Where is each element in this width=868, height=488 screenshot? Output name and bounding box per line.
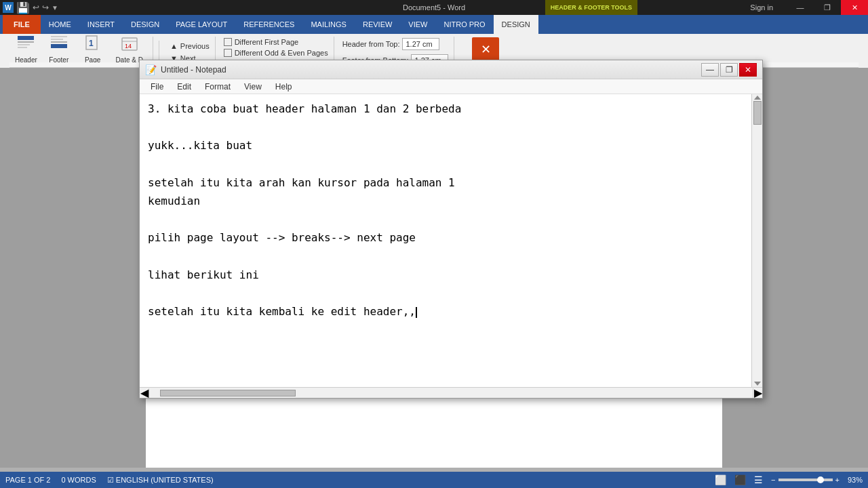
word-count: 0 WORDS xyxy=(61,476,96,484)
tab-page-layout[interactable]: PAGE LAYOUT xyxy=(167,15,235,34)
language-check-icon: ☑ xyxy=(107,476,114,484)
svg-rect-3 xyxy=(18,47,27,48)
quick-access-dropdown[interactable]: ▼ xyxy=(52,4,58,12)
title-bar-left: W 💾 ↩ ↪ ▼ xyxy=(0,1,58,14)
zoom-control[interactable]: − + xyxy=(771,476,840,484)
redo-icon[interactable]: ↪ xyxy=(42,3,49,12)
window-title: Document5 - Word xyxy=(403,3,465,12)
different-odd-even-label: Different Odd & Even Pages xyxy=(235,49,328,57)
notepad-close-button[interactable]: ✕ xyxy=(739,63,757,77)
status-right: ⬜ ⬛ ☰ − + 93% xyxy=(715,474,863,485)
tab-view[interactable]: VIEW xyxy=(400,15,435,34)
notepad-minimize-button[interactable]: — xyxy=(701,63,719,77)
view-read-icon[interactable]: ☰ xyxy=(754,474,763,485)
notepad-window-buttons: — ❐ ✕ xyxy=(701,63,757,77)
notepad-titlebar: 📝 Untitled - Notepad — ❐ ✕ xyxy=(140,60,762,79)
word-icon: W xyxy=(3,2,14,13)
notepad-line: pilih page layout --> breaks--> next pag… xyxy=(148,228,738,247)
zoom-out-icon[interactable]: − xyxy=(771,476,775,484)
language-indicator: ☑ ENGLISH (UNITED STATES) xyxy=(107,476,214,485)
notepad-line: setelah itu kita arah kan kursor pada ha… xyxy=(148,174,738,192)
zoom-slider-thumb xyxy=(817,476,824,483)
hscroll-thumb[interactable] xyxy=(160,390,296,396)
sign-in[interactable]: Sign in xyxy=(750,0,773,15)
different-odd-even-check-icon xyxy=(224,49,232,57)
scroll-arrow-up-icon xyxy=(754,96,761,100)
previous-label: Previous xyxy=(180,42,210,50)
svg-rect-5 xyxy=(51,39,63,40)
minimize-button[interactable]: — xyxy=(787,0,814,15)
notepad-title: Untitled - Notepad xyxy=(161,65,226,75)
header-from-top-label: Header from Top: xyxy=(342,40,400,48)
notepad-menu-format[interactable]: Format xyxy=(198,79,237,94)
different-first-page-label: Different First Page xyxy=(235,38,299,46)
scroll-thumb-vertical[interactable] xyxy=(753,101,762,125)
notepad-line: kemudian xyxy=(148,192,738,210)
svg-rect-7 xyxy=(51,44,67,48)
notepad-app-icon: 📝 xyxy=(145,64,157,75)
svg-rect-1 xyxy=(18,41,34,43)
zoom-in-icon[interactable]: + xyxy=(835,476,840,484)
tools-label: HEADER & FOOTER TOOLS xyxy=(545,0,637,15)
notepad-menu-edit[interactable]: Edit xyxy=(170,79,198,94)
different-odd-even-checkbox[interactable]: Different Odd & Even Pages xyxy=(224,49,328,57)
svg-rect-6 xyxy=(51,41,67,43)
title-bar: W 💾 ↩ ↪ ▼ Document5 - Word HEADER & FOOT… xyxy=(0,0,868,15)
notepad-title-left: 📝 Untitled - Notepad xyxy=(145,64,226,75)
hscroll-arrow-left[interactable]: ◀ xyxy=(140,388,149,398)
notepad-line: 3. kita coba buat header halaman 1 dan 2… xyxy=(148,100,738,118)
header-from-top-input[interactable]: 1.27 cm xyxy=(402,38,439,50)
undo-icon[interactable]: ↩ xyxy=(33,3,39,12)
notepad-menu-help[interactable]: Help xyxy=(269,79,299,94)
notepad-line: setelah itu kita kembali ke edit header,… xyxy=(148,302,738,321)
notepad-line xyxy=(148,247,738,266)
save-icon[interactable]: 💾 xyxy=(16,1,30,14)
title-bar-buttons: Sign in — ❐ ✕ xyxy=(750,0,868,15)
scroll-arrow-down-icon xyxy=(754,382,761,386)
previous-button[interactable]: ▲ Previous xyxy=(170,42,210,50)
notepad-menu-file[interactable]: File xyxy=(144,79,170,94)
notepad-line: lihat berikut ini xyxy=(148,266,738,284)
notepad-text-area[interactable]: 3. kita coba buat header halaman 1 dan 2… xyxy=(140,94,751,387)
text-cursor xyxy=(416,307,417,318)
notepad-line xyxy=(148,284,738,302)
tab-nitro-pro[interactable]: NITRO PRO xyxy=(435,15,493,34)
different-first-page-checkbox[interactable]: Different First Page xyxy=(224,38,328,46)
notepad-scrollbar-horizontal[interactable]: ◀ ▶ xyxy=(140,387,762,398)
zoom-percentage[interactable]: 93% xyxy=(848,476,863,484)
tab-references[interactable]: REFERENCES xyxy=(235,15,302,34)
view-web-icon[interactable]: ⬛ xyxy=(734,474,746,485)
hscroll-arrow-right[interactable]: ▶ xyxy=(753,388,762,398)
zoom-slider-track[interactable] xyxy=(778,479,833,481)
notepad-line xyxy=(148,155,738,174)
header-from-top-value: 1.27 cm xyxy=(406,40,432,48)
tab-design-active[interactable]: DESIGN xyxy=(494,15,538,34)
notepad-content-wrapper: 3. kita coba buat header halaman 1 dan 2… xyxy=(140,94,762,387)
tab-mailings[interactable]: MAILINGS xyxy=(302,15,355,34)
footer-icon xyxy=(48,33,70,55)
svg-rect-2 xyxy=(18,44,30,45)
view-print-icon[interactable]: ⬜ xyxy=(715,474,726,485)
page-indicator: PAGE 1 OF 2 xyxy=(5,476,50,484)
notepad-line xyxy=(148,118,738,136)
notepad-line: yukk...kita buat xyxy=(148,136,738,155)
notepad-scrollbar-vertical[interactable] xyxy=(751,94,762,387)
svg-text:14: 14 xyxy=(125,43,132,49)
notepad-window: 📝 Untitled - Notepad — ❐ ✕ File Edit For… xyxy=(139,60,763,399)
tab-review[interactable]: REVIEW xyxy=(355,15,400,34)
svg-text:1: 1 xyxy=(89,39,94,48)
maximize-button[interactable]: ❐ xyxy=(814,0,841,15)
hscroll-track xyxy=(160,389,742,397)
language-text: ENGLISH (UNITED STATES) xyxy=(116,476,214,484)
close-header-footer-icon: ✕ xyxy=(481,42,491,57)
page-number-icon: 1 xyxy=(82,33,104,55)
different-first-page-check-icon xyxy=(224,38,232,46)
header-icon xyxy=(15,33,37,55)
notepad-line xyxy=(148,210,738,228)
close-header-footer-button[interactable]: ✕ xyxy=(472,37,499,62)
close-button[interactable]: ✕ xyxy=(841,0,868,15)
notepad-menubar: File Edit Format View Help xyxy=(140,79,762,94)
notepad-menu-view[interactable]: View xyxy=(237,79,269,94)
svg-rect-4 xyxy=(51,36,67,37)
notepad-maximize-button[interactable]: ❐ xyxy=(720,63,738,77)
